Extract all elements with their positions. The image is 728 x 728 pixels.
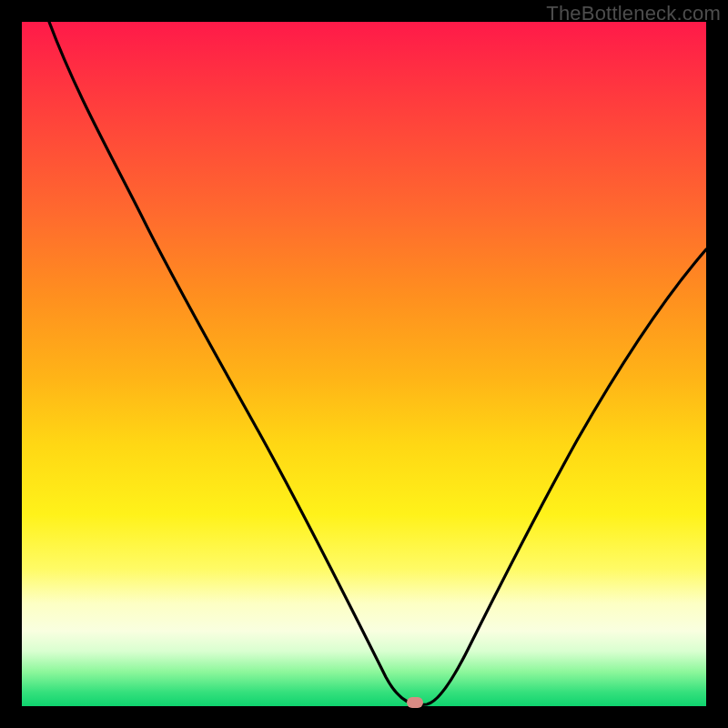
gradient-plot-area — [22, 22, 706, 706]
watermark-text: TheBottleneck.com — [546, 2, 721, 25]
chart-frame: TheBottleneck.com — [0, 0, 728, 728]
optimum-marker — [407, 697, 423, 708]
